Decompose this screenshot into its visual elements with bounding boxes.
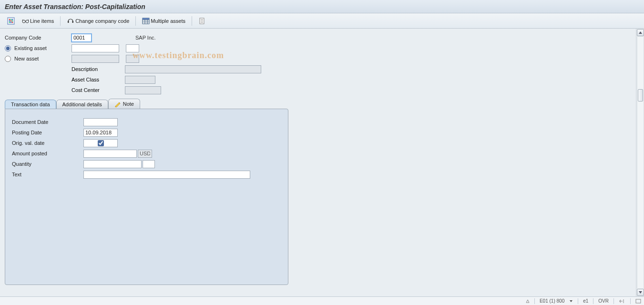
svg-point-8 [10, 21, 12, 23]
orig-val-date-checkbox[interactable] [98, 140, 104, 146]
svg-point-10 [22, 20, 25, 23]
new-asset-radio[interactable] [5, 56, 11, 62]
pencil-icon [114, 101, 121, 107]
svg-point-3 [12, 19, 13, 20]
svg-point-9 [12, 21, 13, 23]
toolbar-icon-button-2[interactable] [196, 16, 208, 26]
currency-field [138, 150, 152, 158]
content-area: Company Code SAP Inc. Existing asset New… [0, 29, 636, 296]
existing-asset-input[interactable] [72, 44, 119, 52]
new-asset-radio-label[interactable]: New asset [5, 56, 72, 62]
svg-point-7 [9, 21, 10, 23]
svg-point-11 [26, 20, 29, 23]
amount-posted-row: Amount posted [12, 148, 281, 159]
company-name-text: SAP Inc. [135, 35, 156, 41]
main-area: www.testingbrain.com Company Code SAP In… [0, 29, 644, 296]
toolbar-separator [60, 16, 61, 26]
vertical-scrollbar[interactable] [636, 29, 644, 296]
new-asset-input-disabled [72, 55, 119, 63]
quantity-unit-input[interactable] [143, 160, 155, 168]
change-company-code-label: Change company code [75, 18, 129, 24]
status-nav-icon[interactable] [619, 299, 625, 304]
company-code-input[interactable] [72, 34, 92, 42]
svg-point-1 [9, 19, 10, 20]
cost-center-row: Cost Center [5, 85, 630, 95]
dropdown-icon[interactable] [569, 299, 573, 303]
scrollbar-track[interactable] [637, 37, 644, 288]
tab-transaction-data[interactable]: Transaction data [5, 100, 56, 109]
text-row: Text [12, 169, 281, 180]
tab-additional-details[interactable]: Additional details [56, 100, 108, 109]
document-icon [198, 17, 206, 25]
asset-class-field-disabled [125, 76, 155, 84]
glasses-icon [21, 17, 29, 25]
document-date-row: Document Date [12, 117, 281, 127]
tab-strip: Transaction data Additional details Note [5, 98, 630, 109]
status-divider [593, 298, 593, 304]
multiple-assets-button[interactable]: Multiple assets [140, 16, 188, 26]
cost-center-field-disabled [125, 86, 161, 94]
amount-posted-label: Amount posted [12, 151, 83, 156]
asset-class-label: Asset Class [72, 77, 125, 82]
application-toolbar: Line items Change company code Multiple … [0, 13, 644, 29]
text-input[interactable] [83, 171, 250, 179]
line-items-button[interactable]: Line items [19, 16, 56, 26]
amount-posted-input[interactable] [83, 150, 137, 158]
toolbar-icon-button-1[interactable] [5, 16, 17, 26]
description-label: Description [72, 66, 125, 72]
tab-panel-transaction-data: Document Date Posting Date Orig. val. da… [5, 109, 288, 285]
svg-rect-15 [68, 21, 69, 23]
scrollbar-thumb[interactable] [638, 89, 643, 102]
quantity-row: Quantity [12, 159, 281, 169]
existing-asset-radio[interactable] [5, 45, 11, 51]
new-asset-row: New asset [5, 53, 630, 64]
scroll-down-button[interactable] [637, 289, 644, 296]
existing-asset-subnumber-input[interactable] [126, 44, 139, 52]
svg-point-6 [12, 20, 13, 21]
line-items-label: Line items [30, 18, 54, 24]
change-company-code-button[interactable]: Change company code [64, 16, 132, 26]
posting-date-label: Posting Date [12, 130, 83, 135]
svg-rect-28 [636, 299, 641, 303]
tab-note-label: Note [123, 101, 134, 107]
scroll-up-button[interactable] [637, 29, 644, 36]
description-row: Description [5, 64, 630, 74]
headset-icon [67, 17, 74, 25]
text-label: Text [12, 172, 83, 177]
posting-date-row: Posting Date [12, 127, 281, 138]
tab-transaction-data-label: Transaction data [11, 102, 50, 107]
document-date-label: Document Date [12, 119, 83, 125]
company-code-row: Company Code SAP Inc. [5, 32, 630, 43]
status-mode: OVR [598, 298, 609, 304]
existing-asset-text: Existing asset [14, 45, 47, 51]
page-title: Enter Asset Transaction: Post-Capitaliza… [5, 3, 145, 10]
svg-point-2 [10, 19, 12, 20]
existing-asset-radio-label[interactable]: Existing asset [5, 45, 72, 51]
toolbar-separator [135, 16, 136, 26]
status-client: e1 [583, 298, 588, 304]
description-field-disabled [125, 65, 261, 73]
quantity-input[interactable] [83, 160, 142, 168]
orig-val-date-label: Orig. val. date [12, 140, 83, 146]
cost-center-label: Cost Center [72, 87, 125, 93]
quantity-label: Quantity [12, 161, 83, 167]
status-divider [630, 298, 631, 304]
grid-dots-icon [7, 17, 15, 25]
posting-date-input[interactable] [83, 129, 118, 137]
svg-point-4 [9, 20, 10, 21]
tab-note[interactable]: Note [108, 99, 140, 109]
status-end-icon[interactable] [635, 299, 641, 304]
tab-additional-details-label: Additional details [62, 102, 102, 107]
status-session: E01 (1) 800 [540, 298, 564, 304]
table-icon [142, 17, 150, 25]
title-bar: Enter Asset Transaction: Post-Capitaliza… [0, 0, 644, 13]
status-divider [613, 298, 614, 304]
document-date-input[interactable] [83, 118, 118, 126]
multiple-assets-label: Multiple assets [151, 18, 185, 24]
toolbar-separator [192, 16, 192, 26]
orig-val-date-row: Orig. val. date [12, 138, 281, 148]
company-code-label: Company Code [5, 35, 72, 41]
status-divider [534, 298, 535, 304]
new-asset-text: New asset [14, 56, 39, 61]
svg-rect-22 [143, 18, 149, 20]
